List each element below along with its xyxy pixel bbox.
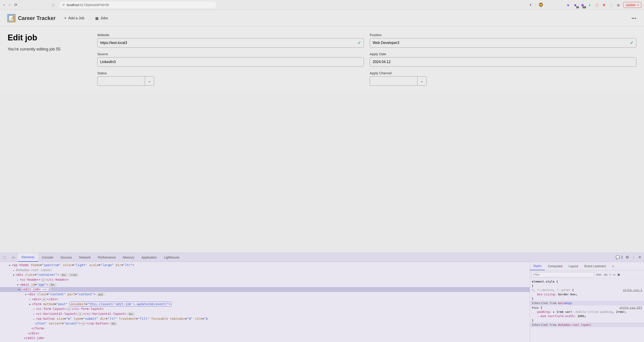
position-label: Position xyxy=(370,33,636,37)
st-tab-computed[interactable]: Computed xyxy=(545,262,566,270)
styles-rules[interactable]: element.style { } style.css:1*, *::befor… xyxy=(530,279,644,342)
st-tab-more[interactable]: » xyxy=(609,262,617,270)
close-icon[interactable]: ✕ xyxy=(638,255,641,260)
extensions-icon[interactable]: ⬚ xyxy=(609,3,614,8)
tune-icon: ⚙ xyxy=(62,3,65,7)
tab-performance[interactable]: Performance xyxy=(94,253,119,262)
apply-channel-dropdown-button[interactable]: ⌄ xyxy=(417,76,427,86)
computed-icon[interactable]: ▭ xyxy=(613,273,616,276)
logo-icon: 📝 xyxy=(7,14,16,23)
apply-date-label: Apply Date xyxy=(370,52,636,56)
edit-job-form: Website https://test.local3 ✓ Position W… xyxy=(97,33,636,86)
page-content: Edit job You're currently editing job 55… xyxy=(0,27,644,92)
apply-channel-label: Apply Channel xyxy=(370,71,636,75)
check-icon: ✓ xyxy=(630,40,634,45)
browser-toolbar: ‹ › ⟳ ◻ ⚙ localhost:5173/jobs/edit?id=55… xyxy=(0,0,644,10)
nav-jobs-label: Jobs xyxy=(100,16,108,20)
styles-tabs: Styles Computed Layout Event Listeners » xyxy=(530,262,644,270)
nav-add-label: Add a Job xyxy=(68,16,84,20)
inspect-icon[interactable]: ⬚ xyxy=(0,253,9,262)
tab-application[interactable]: Application xyxy=(138,253,160,262)
kebab-icon[interactable]: ⋮ xyxy=(632,255,636,260)
status-dropdown-button[interactable]: ⌄ xyxy=(145,76,154,86)
style-link[interactable]: style.css:1 xyxy=(623,288,642,292)
tab-sources[interactable]: Sources xyxy=(57,253,76,262)
hamburger-icon: ≡ xyxy=(637,3,639,7)
devtools-tabs: ⬚ ▭ Elements Console Sources Network Per… xyxy=(0,253,644,262)
messages-badge[interactable]: 💬 2 xyxy=(616,255,623,259)
url-bar[interactable]: ⚙ localhost:5173/jobs/edit?id=55 xyxy=(60,2,216,8)
tab-elements[interactable]: Elements xyxy=(18,253,38,262)
app-menu-button[interactable]: ⋯ xyxy=(632,15,637,21)
page-title: Edit job xyxy=(8,33,84,42)
nav-jobs[interactable]: ▦ Jobs xyxy=(93,15,110,22)
st-tab-styles[interactable]: Styles xyxy=(530,262,545,270)
forward-button[interactable]: › xyxy=(8,2,11,8)
devtools: ⬚ ▭ Elements Console Sources Network Per… xyxy=(0,253,644,342)
sidebar-toggle-icon[interactable]: ▣ xyxy=(617,273,620,276)
ext-red1-icon[interactable]: ▢ xyxy=(594,3,600,8)
source-value: LinkedIn3 xyxy=(100,60,116,64)
gear-icon[interactable]: ⚙ xyxy=(626,255,629,260)
website-label: Website xyxy=(97,33,364,37)
back-button[interactable]: ‹ xyxy=(3,2,6,8)
url-text: localhost:5173/jobs/edit?id=55 xyxy=(67,3,109,7)
st-tab-layout[interactable]: Layout xyxy=(566,262,581,270)
device-icon[interactable]: ▭ xyxy=(9,253,18,262)
share-icon[interactable]: ⇪ xyxy=(528,3,533,8)
selected-node: ▼<edit-job> == $0 xyxy=(0,287,530,292)
app-header: 📝 Career Tracker + Add a Job ▦ Jobs ⋯ xyxy=(0,10,644,27)
table-icon: ▦ xyxy=(95,16,98,21)
bookmark-icon[interactable]: ◻ xyxy=(52,3,55,7)
tab-memory[interactable]: Memory xyxy=(120,253,138,262)
update-label: Update xyxy=(626,3,636,7)
app-title: Career Tracker xyxy=(18,15,56,21)
ext-purple2-icon[interactable]: ▣51 xyxy=(580,3,585,8)
styles-panel: Styles Computed Layout Event Listeners »… xyxy=(530,262,644,342)
ext-green-icon[interactable]: ● xyxy=(587,3,592,8)
new-rule-icon[interactable]: + xyxy=(609,273,611,276)
app-logo[interactable]: 📝 Career Tracker xyxy=(7,14,56,23)
reload-button[interactable]: ⟳ xyxy=(14,2,18,8)
chevron-down-icon: ⌄ xyxy=(420,79,423,83)
nav-add-job[interactable]: + Add a Job xyxy=(62,15,87,22)
ext-purple-icon[interactable]: ◆5 xyxy=(573,3,578,8)
position-input[interactable]: Web Developer3 ✓ xyxy=(370,38,636,48)
source-input[interactable]: LinkedIn3 xyxy=(97,57,364,67)
tab-network[interactable]: Network xyxy=(76,253,94,262)
position-value: Web Developer3 xyxy=(373,41,399,45)
website-value: https://test.local3 xyxy=(100,41,127,45)
tab-console[interactable]: Console xyxy=(38,253,57,262)
website-input[interactable]: https://test.local3 ✓ xyxy=(97,38,364,48)
chevron-down-icon: ⌄ xyxy=(148,79,151,83)
check-icon: ✓ xyxy=(358,40,361,45)
update-button[interactable]: Update ≡ xyxy=(623,2,641,8)
plus-icon: + xyxy=(64,16,66,21)
brave-icon[interactable]: 🦁 xyxy=(538,3,544,8)
tab-lighthouse[interactable]: Lighthouse xyxy=(160,253,183,262)
source-label: Source xyxy=(97,52,364,56)
hov-toggle[interactable]: :hov xyxy=(596,273,602,276)
apply-date-value: 2024.04.12 xyxy=(373,60,390,64)
elements-tree[interactable]: ▼<sp-theme theme="spectrum" color="light… xyxy=(0,262,530,342)
style-link[interactable]: style.css:257 xyxy=(619,306,642,309)
apply-date-input[interactable]: 2024.04.12 xyxy=(370,57,636,67)
cls-toggle[interactable]: .cls xyxy=(603,273,608,276)
ext-diamond-icon[interactable]: ◆ xyxy=(566,3,571,8)
sidebar-icon[interactable]: ▣ xyxy=(616,3,621,8)
ext-red2-icon[interactable]: ✿ xyxy=(602,3,606,8)
apply-channel-select[interactable] xyxy=(370,76,417,86)
status-select[interactable] xyxy=(97,76,145,86)
page-subtitle: You're currently editing job 55 xyxy=(8,47,84,52)
browser-right-icons: ⇪ | 🦁 ◆ ◆5 ▣51 ● ▢ ✿ ⬚ ▣ Update ≡ xyxy=(528,2,641,8)
status-label: Status xyxy=(97,71,364,75)
styles-filter[interactable]: Filter xyxy=(531,272,594,277)
st-tab-events[interactable]: Event Listeners xyxy=(581,262,609,270)
